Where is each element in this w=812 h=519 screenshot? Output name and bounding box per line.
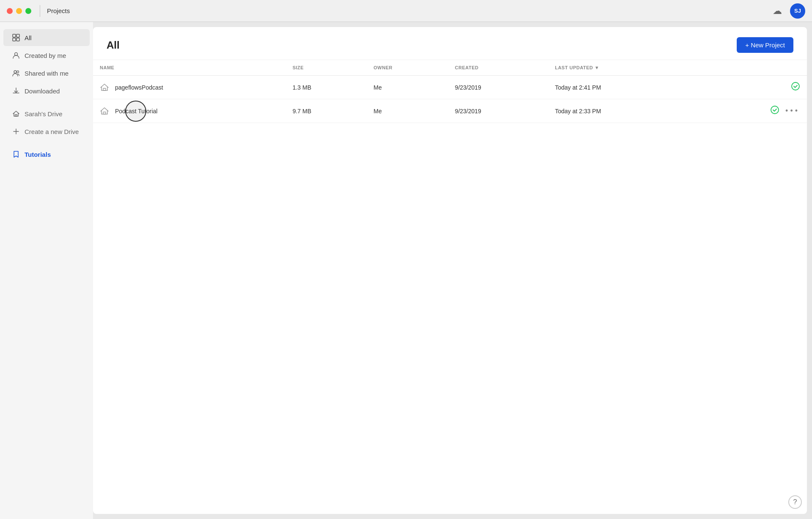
action-cell-2: • • • — [705, 105, 800, 117]
titlebar: Projects ☁ SJ — [0, 0, 812, 22]
sidebar-item-all[interactable]: All — [3, 29, 90, 46]
maximize-button[interactable] — [25, 8, 31, 14]
tutorials-label: Tutorials — [25, 151, 51, 158]
sidebar-item-downloaded[interactable]: Downloaded — [3, 82, 90, 99]
project-size-2: 9.7 MB — [286, 99, 367, 123]
table-body: pageflowsPodcast 1.3 MB Me 9/23/2019 Tod… — [93, 76, 807, 123]
window-controls — [7, 8, 31, 14]
project-owner-2: Me — [367, 99, 448, 123]
sort-icon: ▼ — [595, 65, 599, 70]
user-icon — [12, 51, 20, 60]
svg-rect-3 — [16, 38, 19, 41]
col-last-updated[interactable]: LAST UPDATED ▼ — [548, 60, 698, 76]
plus-icon — [12, 127, 20, 136]
main-content: All + New Project NAME SIZE OWNER CREATE… — [93, 27, 807, 514]
project-created-2: 9/23/2019 — [448, 99, 549, 123]
project-updated-1: Today at 2:41 PM — [548, 76, 698, 99]
users-icon — [12, 69, 20, 77]
sidebar-gap2 — [0, 140, 93, 145]
col-created: CREATED — [448, 60, 549, 76]
titlebar-divider — [40, 5, 40, 17]
project-owner-1: Me — [367, 76, 448, 99]
projects-table: NAME SIZE OWNER CREATED LAST UPDATED ▼ — [93, 60, 807, 123]
col-actions — [698, 60, 807, 76]
svg-point-5 — [14, 71, 16, 73]
project-icon-1 — [100, 82, 110, 93]
sidebar-item-downloaded-label: Downloaded — [25, 87, 60, 95]
project-name-1: pageflowsPodcast — [115, 84, 163, 91]
svg-rect-7 — [15, 115, 17, 116]
more-options-button-2[interactable]: • • • — [783, 106, 800, 116]
sidebar-item-shared-with-me[interactable]: Shared with me — [3, 65, 90, 82]
svg-rect-2 — [13, 38, 16, 41]
create-drive-label: Create a new Drive — [25, 128, 79, 135]
table-row[interactable]: pageflowsPodcast 1.3 MB Me 9/23/2019 Tod… — [93, 76, 807, 99]
project-name-cell-2: Podcast Tutorial — [100, 106, 279, 116]
project-created-1: 9/23/2019 — [448, 76, 549, 99]
sidebar-item-tutorials[interactable]: Tutorials — [3, 146, 90, 163]
status-check-1 — [791, 82, 800, 93]
col-name: NAME — [93, 60, 286, 76]
project-icon-2 — [100, 106, 110, 116]
status-check-2 — [770, 105, 779, 117]
download-icon — [12, 87, 20, 95]
avatar[interactable]: SJ — [790, 3, 805, 19]
sidebar-item-sarahs-drive[interactable]: Sarah's Drive — [3, 105, 90, 122]
col-owner: OWNER — [367, 60, 448, 76]
svg-rect-0 — [13, 34, 16, 37]
new-project-button[interactable]: + New Project — [737, 37, 793, 53]
table-row[interactable]: Podcast Tutorial 9.7 MB Me 9/23/2019 Tod… — [93, 99, 807, 123]
action-cell-1 — [705, 82, 800, 93]
project-updated-2: Today at 2:33 PM — [548, 99, 698, 123]
close-button[interactable] — [7, 8, 13, 14]
app-body: All Created by me Shared with me — [0, 22, 812, 519]
sidebar-item-created-by-me[interactable]: Created by me — [3, 47, 90, 64]
svg-point-6 — [17, 71, 19, 73]
project-name-cell-1: pageflowsPodcast — [100, 82, 279, 93]
projects-table-container: NAME SIZE OWNER CREATED LAST UPDATED ▼ — [93, 60, 807, 514]
svg-rect-1 — [16, 34, 19, 37]
content-header: All + New Project — [93, 27, 807, 60]
sidebar-item-shared-with-me-label: Shared with me — [25, 70, 69, 77]
svg-point-9 — [792, 82, 799, 90]
sidebar-gap — [0, 100, 93, 105]
sarahs-drive-label: Sarah's Drive — [25, 110, 63, 117]
svg-point-11 — [771, 106, 779, 114]
col-size: SIZE — [286, 60, 367, 76]
sidebar-item-created-by-me-label: Created by me — [25, 52, 66, 59]
project-name-2: Podcast Tutorial — [115, 108, 157, 115]
minimize-button[interactable] — [16, 8, 22, 14]
project-size-1: 1.3 MB — [286, 76, 367, 99]
home-icon — [12, 109, 20, 118]
app-title: Projects — [47, 7, 770, 14]
bookmark-icon — [12, 150, 20, 158]
cloud-icon[interactable]: ☁ — [770, 3, 785, 19]
page-title: All — [107, 39, 120, 51]
grid-icon — [12, 33, 20, 42]
help-button[interactable]: ? — [788, 495, 802, 509]
sidebar-item-create-drive[interactable]: Create a new Drive — [3, 123, 90, 140]
sidebar: All Created by me Shared with me — [0, 22, 93, 519]
sidebar-item-all-label: All — [25, 34, 32, 41]
table-header: NAME SIZE OWNER CREATED LAST UPDATED ▼ — [93, 60, 807, 76]
